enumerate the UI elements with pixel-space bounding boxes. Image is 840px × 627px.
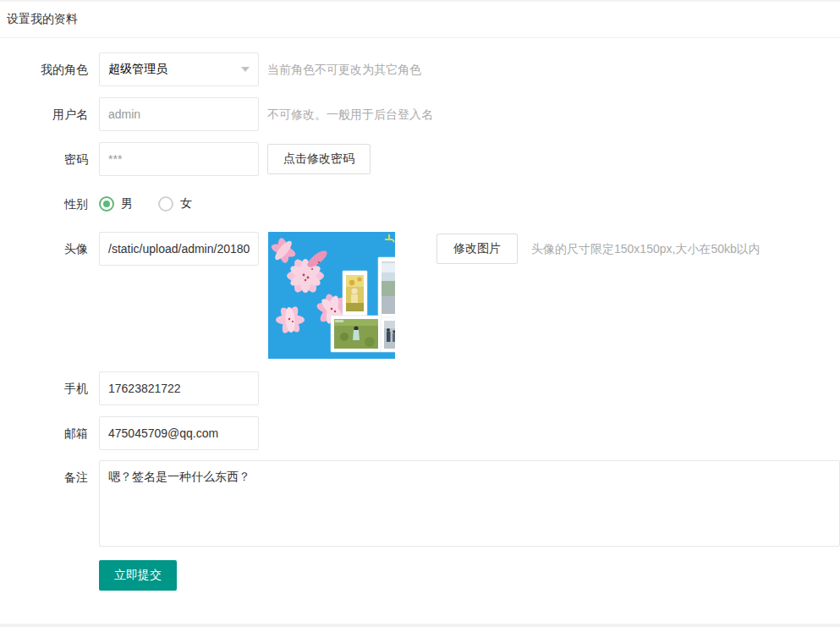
gender-radio-group: 男 女 [99,196,217,212]
email-label: 邮箱 [0,416,88,450]
phone-input[interactable] [99,371,259,405]
row-phone: 手机 [0,371,840,405]
page-title: 设置我的资料 [7,12,78,27]
password-label: 密码 [0,142,88,176]
change-image-button[interactable]: 修改图片 [436,234,518,264]
row-remark: 备注 嗯？签名是一种什么东西？ [0,460,840,547]
radio-checked-icon[interactable] [99,196,114,212]
row-email: 邮箱 [0,416,840,450]
panel-header: 设置我的资料 [0,2,840,38]
gender-option-male[interactable]: 男 [99,196,133,212]
radio-unchecked-icon[interactable] [158,196,173,212]
email-input[interactable] [99,416,259,450]
row-avatar: 头像 [0,232,840,359]
row-role: 我的角色 超级管理员 当前角色不可更改为其它角色 [0,52,840,86]
role-select-value: 超级管理员 [108,62,167,77]
role-select[interactable]: 超级管理员 [99,52,259,86]
username-hint: 不可修改。一般用于后台登入名 [267,97,433,131]
phone-label: 手机 [0,371,88,405]
row-submit: 立即提交 [0,560,840,591]
profile-form: 我的角色 超级管理员 当前角色不可更改为其它角色 用户名 不可修改。一般用于后台… [0,38,840,591]
gender-male-label: 男 [121,196,133,212]
avatar-hint: 头像的尺寸限定150x150px,大小在50kb以内 [531,232,760,266]
avatar-label: 头像 [0,232,88,266]
avatar-path-input[interactable] [99,232,259,266]
avatar-preview-image [268,232,395,359]
username-input[interactable] [99,97,259,131]
row-password: 密码 点击修改密码 [0,142,840,176]
role-label: 我的角色 [0,52,88,86]
role-hint: 当前角色不可更改为其它角色 [267,52,421,86]
change-password-button[interactable]: 点击修改密码 [267,144,371,174]
remark-label: 备注 [0,460,88,494]
gender-option-female[interactable]: 女 [158,196,192,212]
page-bottom-strip [0,624,840,627]
remark-textarea[interactable]: 嗯？签名是一种什么东西？ [99,460,840,547]
submit-button[interactable]: 立即提交 [99,560,177,591]
row-username: 用户名 不可修改。一般用于后台登入名 [0,97,840,131]
row-gender: 性别 男 女 [0,187,840,221]
chevron-down-icon [241,67,250,72]
gender-label: 性别 [0,187,88,221]
password-input[interactable] [99,142,259,176]
username-label: 用户名 [0,97,88,131]
gender-female-label: 女 [180,196,192,212]
